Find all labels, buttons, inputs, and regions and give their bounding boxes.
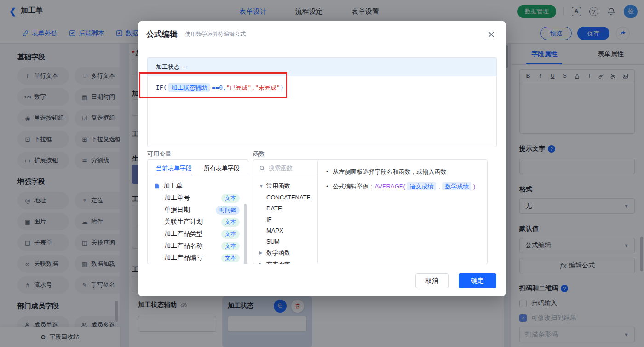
variables-label: 可用变量 bbox=[147, 150, 171, 158]
confirm-button[interactable]: 确定 bbox=[459, 273, 496, 288]
function-item[interactable]: IF bbox=[259, 214, 322, 225]
variables-tabs: 当前表单字段 所有表单字段 bbox=[148, 160, 248, 176]
type-badge: 时间戳 bbox=[216, 206, 240, 215]
variables-scrollbar[interactable] bbox=[244, 204, 247, 264]
function-item[interactable]: MAPX bbox=[259, 225, 322, 236]
annotation-red-box bbox=[139, 72, 288, 98]
help-tip-2: • 公式编辑举例：AVERAGE( 语文成绩，数学成绩 ) bbox=[326, 182, 479, 191]
help-tip-1: •从左侧面板选择字段名和函数，或输入函数 bbox=[326, 167, 479, 176]
chevron-down-icon: ▼ bbox=[259, 183, 264, 188]
example-function-name: AVERAGE( bbox=[375, 183, 405, 190]
cancel-button[interactable]: 取消 bbox=[415, 273, 448, 288]
modal-subtitle: 使用数学运算符编辑公式 bbox=[185, 30, 246, 38]
chevron-right-icon: ▶ bbox=[259, 250, 264, 255]
function-item[interactable]: DATE bbox=[259, 203, 322, 214]
variable-row[interactable]: 加工产品名称文本 bbox=[154, 240, 243, 252]
formula-editor-box: 加工状态 = IF(加工状态辅助==0,"已完成","未完成") bbox=[147, 57, 497, 147]
type-badge: 文本 bbox=[221, 194, 240, 203]
function-group-math[interactable]: ▶数学函数 bbox=[259, 247, 322, 258]
function-item[interactable]: SUM bbox=[259, 236, 322, 247]
variable-row[interactable]: 加工单号文本 bbox=[154, 192, 243, 204]
chevron-right-icon: ▶ bbox=[259, 262, 264, 264]
example-field-chip: 语文成绩 bbox=[407, 182, 436, 190]
function-item[interactable]: CONCATENATE bbox=[259, 192, 322, 203]
file-icon bbox=[154, 183, 161, 189]
app-root: ❮ 加工单 表单设计 流程设定 表单设置 数据管理 A ? 检 表单外链 后端脚… bbox=[0, 0, 644, 347]
variables-panel: 当前表单字段 所有表单字段 加工单 加工单号文本 单据日期时间戳 关联生产计划文… bbox=[147, 159, 248, 264]
modal-title: 公式编辑 bbox=[146, 29, 178, 40]
tab-all-form-fields[interactable]: 所有表单字段 bbox=[204, 160, 240, 176]
function-list: ▼常用函数 CONCATENATE DATE IF MAPX SUM ▶数学函数… bbox=[253, 176, 322, 264]
function-search[interactable] bbox=[253, 160, 322, 176]
example-field-chip: 数学成绩 bbox=[442, 182, 472, 190]
search-icon bbox=[259, 165, 265, 171]
variables-list: 加工单 加工单号文本 单据日期时间戳 关联生产计划文本 加工产品类型文本 加工产… bbox=[148, 176, 248, 264]
type-badge: 文本 bbox=[221, 230, 240, 239]
function-group-common[interactable]: ▼常用函数 bbox=[259, 180, 322, 192]
variable-row[interactable]: 单据日期时间戳 bbox=[154, 204, 243, 216]
tab-current-form-fields[interactable]: 当前表单字段 bbox=[156, 160, 192, 176]
type-badge: 文本 bbox=[221, 218, 240, 227]
variable-row[interactable]: 关联生产计划文本 bbox=[154, 216, 243, 228]
type-badge: 文本 bbox=[221, 242, 240, 250]
function-group-text[interactable]: ▶文本函数 bbox=[259, 258, 322, 264]
formula-help-panel: •从左侧面板选择字段名和函数，或输入函数 • 公式编辑举例：AVERAGE( 语… bbox=[317, 159, 488, 264]
functions-label: 函数 bbox=[253, 150, 265, 158]
functions-panel: ▼常用函数 CONCATENATE DATE IF MAPX SUM ▶数学函数… bbox=[253, 159, 322, 264]
variables-root-row[interactable]: 加工单 bbox=[154, 180, 243, 192]
modal-header: 公式编辑 使用数学运算符编辑公式 bbox=[138, 21, 506, 47]
close-icon[interactable] bbox=[487, 30, 496, 39]
type-badge: 文本 bbox=[221, 254, 240, 262]
formula-editor-modal: 公式编辑 使用数学运算符编辑公式 加工状态 = IF(加工状态辅助==0,"已完… bbox=[138, 21, 506, 296]
function-search-input[interactable] bbox=[269, 165, 315, 171]
variable-row[interactable]: 加工产品编号文本 bbox=[154, 252, 243, 264]
variable-row[interactable]: 加工产品类型文本 bbox=[154, 228, 243, 240]
